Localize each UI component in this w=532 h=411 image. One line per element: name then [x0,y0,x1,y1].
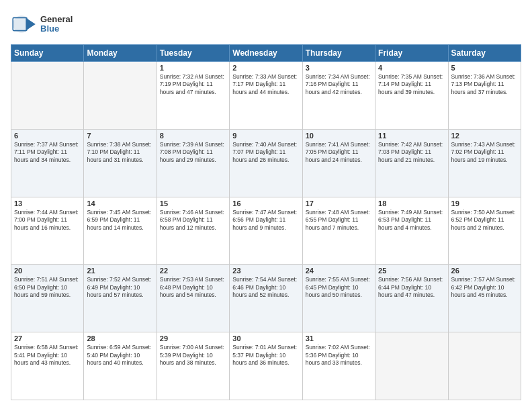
day-info: Sunrise: 7:32 AM Sunset: 7:19 PM Dayligh… [160,73,226,96]
day-number: 2 [232,64,299,72]
day-info: Sunrise: 6:59 AM Sunset: 5:40 PM Dayligh… [87,344,153,367]
calendar-cell: 19Sunrise: 7:50 AM Sunset: 6:52 PM Dayli… [448,197,521,265]
calendar-cell: 15Sunrise: 7:46 AM Sunset: 6:58 PM Dayli… [157,197,229,265]
day-info: Sunrise: 7:02 AM Sunset: 5:36 PM Dayligh… [306,344,372,367]
day-number: 22 [160,267,226,275]
weekday-header-sunday: Sunday [11,45,84,62]
calendar-cell: 3Sunrise: 7:34 AM Sunset: 7:16 PM Daylig… [302,62,375,130]
day-info: Sunrise: 7:56 AM Sunset: 6:44 PM Dayligh… [378,276,445,299]
day-number: 14 [87,199,153,208]
calendar-cell: 11Sunrise: 7:42 AM Sunset: 7:03 PM Dayli… [375,129,448,197]
calendar-week-row: 6Sunrise: 7:37 AM Sunset: 7:11 PM Daylig… [11,129,521,197]
day-info: Sunrise: 7:01 AM Sunset: 5:37 PM Dayligh… [232,344,299,367]
day-number: 13 [14,199,81,208]
day-number: 10 [306,132,372,140]
calendar-cell: 7Sunrise: 7:38 AM Sunset: 7:10 PM Daylig… [84,129,157,197]
day-number: 20 [14,267,81,275]
day-number: 1 [160,64,226,72]
calendar-cell: 23Sunrise: 7:54 AM Sunset: 6:46 PM Dayli… [230,265,302,332]
calendar-cell: 27Sunrise: 6:58 AM Sunset: 5:41 PM Dayli… [11,332,84,400]
weekday-header-saturday: Saturday [448,45,521,62]
day-number: 9 [232,132,299,140]
day-number: 16 [232,199,299,208]
calendar-cell: 6Sunrise: 7:37 AM Sunset: 7:11 PM Daylig… [11,129,84,197]
calendar-cell [11,62,84,130]
page: General Blue SundayMondayTuesdayWednesda… [0,0,532,411]
logo: General Blue [11,11,73,38]
weekday-header-thursday: Thursday [302,45,375,62]
day-info: Sunrise: 7:39 AM Sunset: 7:08 PM Dayligh… [160,141,226,164]
calendar-cell [448,332,521,400]
calendar-cell: 10Sunrise: 7:41 AM Sunset: 7:05 PM Dayli… [302,129,375,197]
day-info: Sunrise: 7:38 AM Sunset: 7:10 PM Dayligh… [87,141,153,164]
calendar-cell: 25Sunrise: 7:56 AM Sunset: 6:44 PM Dayli… [375,265,448,332]
day-number: 24 [306,267,372,275]
day-number: 26 [451,267,518,275]
day-info: Sunrise: 7:57 AM Sunset: 6:42 PM Dayligh… [451,276,518,299]
calendar-table: SundayMondayTuesdayWednesdayThursdayFrid… [11,44,521,400]
day-number: 5 [451,64,518,72]
calendar-cell: 21Sunrise: 7:52 AM Sunset: 6:49 PM Dayli… [84,265,157,332]
day-info: Sunrise: 6:58 AM Sunset: 5:41 PM Dayligh… [14,344,81,367]
day-number: 3 [306,64,372,72]
day-info: Sunrise: 7:53 AM Sunset: 6:48 PM Dayligh… [160,276,226,299]
calendar-cell: 24Sunrise: 7:55 AM Sunset: 6:45 PM Dayli… [302,265,375,332]
weekday-header-friday: Friday [375,45,448,62]
day-number: 8 [160,132,226,140]
day-number: 19 [451,199,518,208]
day-number: 15 [160,199,226,208]
calendar-cell: 13Sunrise: 7:44 AM Sunset: 7:00 PM Dayli… [11,197,84,265]
calendar-cell: 12Sunrise: 7:43 AM Sunset: 7:02 PM Dayli… [448,129,521,197]
day-number: 28 [87,334,153,342]
day-info: Sunrise: 7:51 AM Sunset: 6:50 PM Dayligh… [14,276,81,299]
calendar-cell: 14Sunrise: 7:45 AM Sunset: 6:59 PM Dayli… [84,197,157,265]
calendar-cell: 2Sunrise: 7:33 AM Sunset: 7:17 PM Daylig… [230,62,302,130]
calendar-cell: 22Sunrise: 7:53 AM Sunset: 6:48 PM Dayli… [157,265,229,332]
day-info: Sunrise: 7:50 AM Sunset: 6:52 PM Dayligh… [451,209,518,232]
weekday-header-monday: Monday [84,45,157,62]
calendar-cell: 29Sunrise: 7:00 AM Sunset: 5:39 PM Dayli… [157,332,229,400]
calendar-cell: 20Sunrise: 7:51 AM Sunset: 6:50 PM Dayli… [11,265,84,332]
calendar-cell [84,62,157,130]
day-info: Sunrise: 7:54 AM Sunset: 6:46 PM Dayligh… [232,276,299,299]
weekday-header-wednesday: Wednesday [230,45,302,62]
day-info: Sunrise: 7:40 AM Sunset: 7:07 PM Dayligh… [232,141,299,164]
calendar-cell: 26Sunrise: 7:57 AM Sunset: 6:42 PM Dayli… [448,265,521,332]
day-info: Sunrise: 7:48 AM Sunset: 6:55 PM Dayligh… [306,209,372,232]
day-info: Sunrise: 7:44 AM Sunset: 7:00 PM Dayligh… [14,209,81,232]
day-number: 11 [378,132,445,140]
day-number: 31 [306,334,372,342]
day-info: Sunrise: 7:49 AM Sunset: 6:53 PM Dayligh… [378,209,445,232]
day-number: 21 [87,267,153,275]
calendar-cell: 4Sunrise: 7:35 AM Sunset: 7:14 PM Daylig… [375,62,448,130]
calendar-week-row: 1Sunrise: 7:32 AM Sunset: 7:19 PM Daylig… [11,62,521,130]
day-info: Sunrise: 7:41 AM Sunset: 7:05 PM Dayligh… [306,141,372,164]
weekday-header-row: SundayMondayTuesdayWednesdayThursdayFrid… [11,45,521,62]
calendar-cell: 17Sunrise: 7:48 AM Sunset: 6:55 PM Dayli… [302,197,375,265]
weekday-header-tuesday: Tuesday [157,45,229,62]
logo-svg [11,11,38,38]
day-number: 18 [378,199,445,208]
day-info: Sunrise: 7:42 AM Sunset: 7:03 PM Dayligh… [378,141,445,164]
day-number: 12 [451,132,518,140]
day-info: Sunrise: 7:33 AM Sunset: 7:17 PM Dayligh… [232,73,299,96]
calendar-cell: 5Sunrise: 7:36 AM Sunset: 7:13 PM Daylig… [448,62,521,130]
day-info: Sunrise: 7:45 AM Sunset: 6:59 PM Dayligh… [87,209,153,232]
calendar-week-row: 20Sunrise: 7:51 AM Sunset: 6:50 PM Dayli… [11,265,521,332]
calendar-body: 1Sunrise: 7:32 AM Sunset: 7:19 PM Daylig… [11,62,521,400]
calendar-cell: 18Sunrise: 7:49 AM Sunset: 6:53 PM Dayli… [375,197,448,265]
calendar-cell [375,332,448,400]
calendar-week-row: 13Sunrise: 7:44 AM Sunset: 7:00 PM Dayli… [11,197,521,265]
day-info: Sunrise: 7:55 AM Sunset: 6:45 PM Dayligh… [306,276,372,299]
calendar-cell: 16Sunrise: 7:47 AM Sunset: 6:56 PM Dayli… [230,197,302,265]
calendar-header: SundayMondayTuesdayWednesdayThursdayFrid… [11,45,521,62]
day-info: Sunrise: 7:37 AM Sunset: 7:11 PM Dayligh… [14,141,81,164]
day-info: Sunrise: 7:43 AM Sunset: 7:02 PM Dayligh… [451,141,518,164]
calendar-cell: 9Sunrise: 7:40 AM Sunset: 7:07 PM Daylig… [230,129,302,197]
day-number: 4 [378,64,445,72]
day-number: 17 [306,199,372,208]
calendar-cell: 31Sunrise: 7:02 AM Sunset: 5:36 PM Dayli… [302,332,375,400]
calendar-cell: 8Sunrise: 7:39 AM Sunset: 7:08 PM Daylig… [157,129,229,197]
day-info: Sunrise: 7:46 AM Sunset: 6:58 PM Dayligh… [160,209,226,232]
day-number: 30 [232,334,299,342]
